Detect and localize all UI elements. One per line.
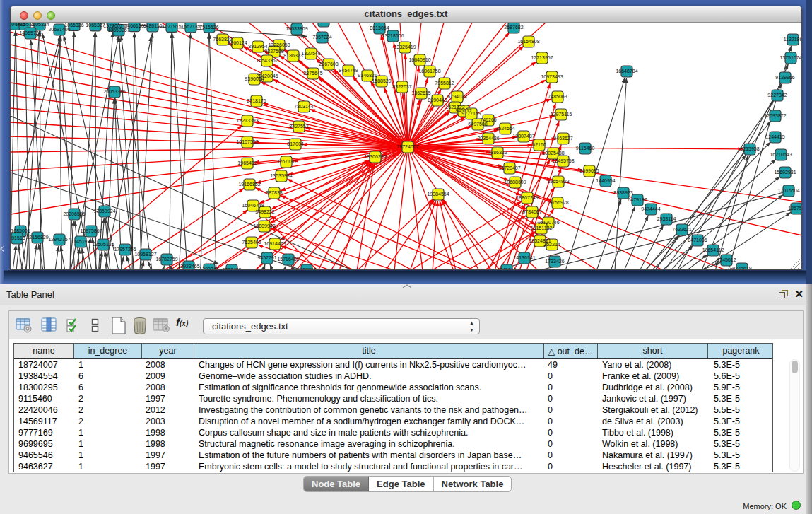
svg-text:12213957: 12213957 xyxy=(531,55,553,60)
svg-text:10654112: 10654112 xyxy=(702,247,724,252)
svg-text:16046748: 16046748 xyxy=(242,203,264,208)
svg-text:20691406: 20691406 xyxy=(48,27,70,32)
svg-text:20206556: 20206556 xyxy=(63,211,85,216)
svg-text:2233465: 2233465 xyxy=(222,267,241,270)
svg-text:8471036: 8471036 xyxy=(688,238,707,243)
svg-text:9457791: 9457791 xyxy=(257,255,276,260)
svg-text:2967608: 2967608 xyxy=(319,62,338,66)
svg-text:252214: 252214 xyxy=(543,242,560,247)
svg-text:7886322: 7886322 xyxy=(488,150,507,155)
svg-text:1244415: 1244415 xyxy=(765,134,784,139)
svg-text:8322037: 8322037 xyxy=(392,84,411,89)
svg-text:16107552: 16107552 xyxy=(236,139,258,144)
svg-text:8938923: 8938923 xyxy=(613,190,632,195)
svg-text:817004: 817004 xyxy=(287,141,303,146)
svg-text:14136141: 14136141 xyxy=(513,255,535,260)
svg-text:12093872: 12093872 xyxy=(764,113,786,118)
svg-text:16154808: 16154808 xyxy=(517,39,539,44)
svg-text:1667135: 1667135 xyxy=(181,24,200,29)
svg-text:9218506: 9218506 xyxy=(314,23,333,23)
svg-text:1965492: 1965492 xyxy=(237,160,257,165)
svg-text:16543362: 16543362 xyxy=(256,58,278,63)
svg-text:18300295: 18300295 xyxy=(364,154,386,159)
svg-text:7485063: 7485063 xyxy=(548,94,567,99)
svg-text:10975867: 10975867 xyxy=(80,228,102,233)
svg-text:1292346: 1292346 xyxy=(199,267,218,270)
svg-text:8215958: 8215958 xyxy=(740,146,759,151)
svg-text:6794028: 6794028 xyxy=(447,94,466,99)
svg-text:13325419: 13325419 xyxy=(394,45,416,49)
svg-text:9129966: 9129966 xyxy=(775,75,794,80)
svg-text:6497508: 6497508 xyxy=(468,122,487,127)
svg-text:10807487: 10807487 xyxy=(512,134,534,139)
svg-text:17359924: 17359924 xyxy=(93,209,115,214)
svg-text:9396014: 9396014 xyxy=(245,76,264,81)
svg-text:15692931: 15692931 xyxy=(774,170,796,175)
svg-text:12505135: 12505135 xyxy=(92,242,114,247)
svg-text:16120746: 16120746 xyxy=(537,220,559,225)
svg-text:17016504: 17016504 xyxy=(777,188,799,193)
svg-text:1132186: 1132186 xyxy=(784,37,802,42)
svg-text:19384554: 19384554 xyxy=(427,192,449,197)
svg-text:1733426: 1733426 xyxy=(545,259,564,264)
svg-text:3624554: 3624554 xyxy=(495,126,514,131)
svg-text:2718176: 2718176 xyxy=(247,98,266,103)
svg-text:12923465: 12923465 xyxy=(177,264,199,269)
svg-text:9784067: 9784067 xyxy=(522,209,541,214)
svg-text:3267130: 3267130 xyxy=(276,159,295,164)
svg-text:8960124: 8960124 xyxy=(228,40,247,45)
svg-text:7955812: 7955812 xyxy=(435,81,454,86)
svg-text:1440954: 1440954 xyxy=(596,178,615,183)
svg-text:3498222: 3498222 xyxy=(255,209,274,214)
svg-text:1362615: 1362615 xyxy=(411,90,430,95)
svg-text:19166852: 19166852 xyxy=(238,182,260,187)
svg-text:2005334: 2005334 xyxy=(30,23,49,27)
svg-text:6486110: 6486110 xyxy=(143,23,163,28)
svg-text:126753: 126753 xyxy=(788,206,802,211)
svg-text:1065327: 1065327 xyxy=(86,23,105,28)
svg-text:16210643: 16210643 xyxy=(770,152,792,157)
svg-text:8912954: 8912954 xyxy=(248,44,267,49)
svg-text:10653267: 10653267 xyxy=(107,28,129,33)
svg-text:13495758: 13495758 xyxy=(552,158,574,163)
svg-text:10688609: 10688609 xyxy=(504,180,526,185)
svg-text:12942757: 12942757 xyxy=(48,237,70,242)
svg-text:13218506: 13218506 xyxy=(382,33,404,38)
svg-text:12213393: 12213393 xyxy=(236,118,258,123)
svg-text:9474444: 9474444 xyxy=(641,206,660,211)
svg-text:12975115: 12975115 xyxy=(551,112,572,117)
svg-text:16648784: 16648784 xyxy=(616,69,637,74)
svg-text:391513: 391513 xyxy=(11,235,25,240)
svg-text:8427552: 8427552 xyxy=(289,124,308,129)
svg-text:7632621: 7632621 xyxy=(672,227,691,232)
svg-text:8813054: 8813054 xyxy=(370,25,389,30)
svg-text:9245613: 9245613 xyxy=(497,267,516,270)
svg-text:10973493: 10973493 xyxy=(541,74,563,79)
svg-text:12156829: 12156829 xyxy=(26,235,48,240)
svg-text:1588520: 1588520 xyxy=(372,78,391,83)
svg-text:2687682: 2687682 xyxy=(504,25,523,30)
svg-text:8990448: 8990448 xyxy=(428,98,447,103)
svg-text:3875645: 3875645 xyxy=(303,71,322,76)
svg-text:9657792: 9657792 xyxy=(297,267,316,270)
svg-text:13226058: 13226058 xyxy=(268,42,290,47)
svg-text:7803144: 7803144 xyxy=(294,104,313,109)
svg-text:8186323: 8186323 xyxy=(283,53,302,58)
svg-text:2933114: 2933114 xyxy=(657,216,676,221)
svg-text:1071915: 1071915 xyxy=(162,24,181,29)
svg-text:9463627: 9463627 xyxy=(553,136,572,141)
svg-text:9146821: 9146821 xyxy=(358,73,377,78)
svg-text:9327509: 9327509 xyxy=(264,49,283,54)
svg-text:16961758: 16961758 xyxy=(418,69,440,74)
svg-text:18724007: 18724007 xyxy=(396,144,418,149)
svg-text:1685001: 1685001 xyxy=(11,228,30,233)
svg-text:16809948: 16809948 xyxy=(253,223,275,228)
svg-text:1145193: 1145193 xyxy=(71,239,90,244)
svg-text:16640910: 16640910 xyxy=(408,57,430,62)
svg-text:8454749: 8454749 xyxy=(339,68,358,73)
svg-text:6479197: 6479197 xyxy=(628,197,647,202)
svg-text:9245612: 9245612 xyxy=(717,257,736,262)
svg-text:13535934: 13535934 xyxy=(270,173,292,178)
svg-text:19654923: 19654923 xyxy=(547,179,569,184)
svg-text:7515526: 7515526 xyxy=(199,25,218,30)
